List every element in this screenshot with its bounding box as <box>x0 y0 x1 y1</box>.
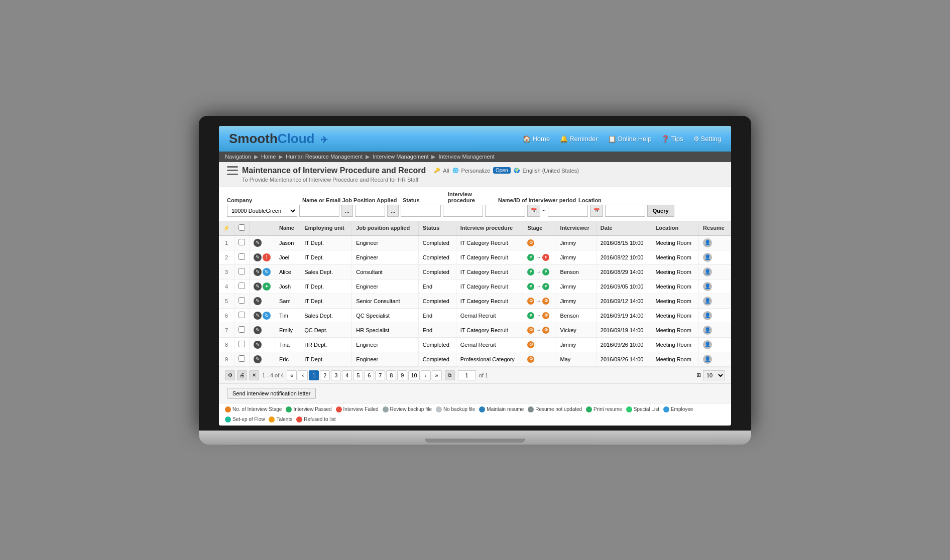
print-icon-btn[interactable]: 🖨 <box>237 370 247 380</box>
nav-home[interactable]: 🏠 Home <box>523 135 550 143</box>
row-status: Completed <box>418 250 456 264</box>
row-status: End <box>418 323 456 337</box>
row-checkbox[interactable] <box>239 355 245 362</box>
page-4-btn[interactable]: 4 <box>342 370 352 380</box>
nav-reminder[interactable]: 🔔 Reminder <box>560 135 598 143</box>
resume-icon[interactable]: 👤 <box>703 355 712 364</box>
row-checkbox[interactable] <box>239 297 245 304</box>
next-page-btn[interactable]: › <box>421 370 431 380</box>
success-icon[interactable]: ✦ <box>263 283 271 291</box>
edit-icon[interactable]: ✎ <box>254 326 262 334</box>
open-badge[interactable]: Open <box>493 167 510 174</box>
location-filter-input[interactable] <box>605 205 645 217</box>
resume-icon[interactable]: 👤 <box>703 297 712 306</box>
edit-icon[interactable]: ✎ <box>254 268 262 276</box>
settings-icon-btn[interactable]: ⚙ <box>225 370 235 380</box>
row-resume: 👤 <box>699 294 731 308</box>
select-all-checkbox[interactable] <box>239 224 245 231</box>
info-icon[interactable]: ↻ <box>263 312 271 320</box>
per-page-icon: ⊞ <box>696 372 701 378</box>
send-notification-button[interactable]: Send interview notification letter <box>227 388 316 399</box>
procedure-filter-input[interactable] <box>401 205 441 217</box>
period-to-calendar-button[interactable]: 📅 <box>590 205 603 217</box>
resume-icon[interactable]: 👤 <box>703 311 712 320</box>
name-id-filter-input[interactable] <box>443 205 483 217</box>
table-row: 4 ✎✦ Josh IT Dept. Engineer End IT Categ… <box>219 279 731 294</box>
nav-online-help[interactable]: 📋 Online Help <box>608 135 652 143</box>
breadcrumb-interview-mgmt[interactable]: Interview Management <box>373 154 428 160</box>
laptop-container: SmoothCloud ✈ 🏠 Home 🔔 Reminder 📋 Online… <box>199 116 751 445</box>
edit-icon[interactable]: ✎ <box>254 253 262 261</box>
page-5-btn[interactable]: 5 <box>353 370 363 380</box>
page-3-btn[interactable]: 3 <box>331 370 341 380</box>
row-procedure: Professional Category <box>456 352 523 366</box>
edit-icon[interactable]: ✎ <box>254 283 262 291</box>
col-icon: ⚡ <box>219 221 234 235</box>
row-stage: P→P <box>523 279 556 294</box>
page-1-btn[interactable]: 1 <box>309 370 319 380</box>
resume-icon[interactable]: 👤 <box>703 253 712 262</box>
row-procedure: IT Category Recruit <box>456 235 523 250</box>
resume-icon[interactable]: 👤 <box>703 238 712 247</box>
warning-icon[interactable]: ! <box>263 253 271 261</box>
row-checkbox-cell <box>234 294 250 308</box>
page-8-btn[interactable]: 8 <box>386 370 396 380</box>
first-page-btn[interactable]: « <box>287 370 297 380</box>
breadcrumb-navigation[interactable]: Navigation <box>225 154 251 160</box>
nav-setting[interactable]: ⚙ Setting <box>693 135 721 143</box>
row-name: Jason <box>275 235 300 250</box>
company-filter-select[interactable]: 10000 DoubleGreen <box>227 205 297 217</box>
row-checkbox[interactable] <box>239 341 245 347</box>
per-page-control: ⊞ 10 20 50 <box>696 370 725 380</box>
edit-icon[interactable]: ✎ <box>254 239 262 247</box>
name-email-filter-button[interactable]: ... <box>341 205 353 217</box>
edit-icon[interactable]: ✎ <box>254 355 262 363</box>
row-date: 2016/08/29 14:00 <box>596 264 651 279</box>
page-9-btn[interactable]: 9 <box>397 370 407 380</box>
per-page-select[interactable]: 10 20 50 <box>703 370 725 380</box>
row-checkbox[interactable] <box>239 312 245 318</box>
row-resume: 👤 <box>699 264 731 279</box>
edit-icon[interactable]: ✎ <box>254 341 262 349</box>
row-checkbox[interactable] <box>239 253 245 260</box>
page-10-btn[interactable]: 10 <box>408 370 419 380</box>
copy-page-btn[interactable]: ⧉ <box>445 370 455 380</box>
row-job: QC Specialist <box>352 308 418 323</box>
row-location: Meeting Room <box>651 323 699 337</box>
period-from-input[interactable] <box>485 205 525 217</box>
row-checkbox[interactable] <box>239 283 245 289</box>
row-date: 2016/09/12 14:00 <box>596 294 651 308</box>
period-to-input[interactable] <box>548 205 588 217</box>
page-2-btn[interactable]: 2 <box>320 370 330 380</box>
total-pages: of 1 <box>479 372 488 378</box>
edit-icon[interactable]: ✎ <box>254 297 262 305</box>
resume-icon[interactable]: 👤 <box>703 282 712 291</box>
breadcrumb-hrm[interactable]: Human Resource Management <box>286 154 363 160</box>
status-filter-button[interactable]: ... <box>387 205 399 217</box>
export-icon-btn[interactable]: ✕ <box>249 370 259 380</box>
status-filter-input[interactable] <box>355 205 385 217</box>
last-page-btn[interactable]: » <box>432 370 442 380</box>
query-button[interactable]: Query <box>647 205 674 217</box>
row-name: Tina <box>275 337 300 352</box>
page-6-btn[interactable]: 6 <box>364 370 374 380</box>
row-checkbox[interactable] <box>239 268 245 274</box>
row-checkbox[interactable] <box>239 326 245 333</box>
row-checkbox[interactable] <box>239 239 245 245</box>
status-filter-label: Status <box>403 197 448 203</box>
edit-icon[interactable]: ✎ <box>254 312 262 320</box>
resume-icon[interactable]: 👤 <box>703 267 712 276</box>
row-job: Engineer <box>352 337 418 352</box>
resume-icon[interactable]: 👤 <box>703 340 712 349</box>
prev-page-btn[interactable]: ‹ <box>298 370 308 380</box>
nav-tips[interactable]: ❓ Tips <box>661 135 683 143</box>
page-7-btn[interactable]: 7 <box>375 370 385 380</box>
resume-icon[interactable]: 👤 <box>703 326 712 335</box>
row-resume: 👤 <box>699 250 731 264</box>
name-email-filter-input[interactable] <box>299 205 339 217</box>
period-from-calendar-button[interactable]: 📅 <box>527 205 540 217</box>
info-icon[interactable]: ↻ <box>263 268 271 276</box>
breadcrumb-home[interactable]: Home <box>261 154 276 160</box>
page-input[interactable] <box>458 370 476 380</box>
hamburger-menu-button[interactable] <box>227 166 238 175</box>
